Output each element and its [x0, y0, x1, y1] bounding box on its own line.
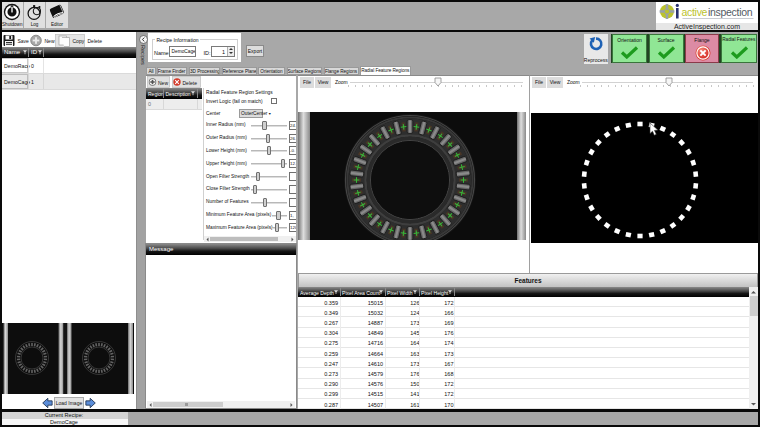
svg-text:Delete: Delete [183, 80, 198, 86]
svg-text:inspection: inspection [708, 6, 753, 18]
svg-text:active: active [682, 6, 708, 18]
svg-text:New: New [158, 80, 168, 86]
svg-text:Save: Save [18, 38, 30, 44]
svg-text:New: New [45, 38, 55, 44]
svg-text:Copy: Copy [73, 38, 85, 44]
svg-text:Delete: Delete [88, 38, 103, 44]
